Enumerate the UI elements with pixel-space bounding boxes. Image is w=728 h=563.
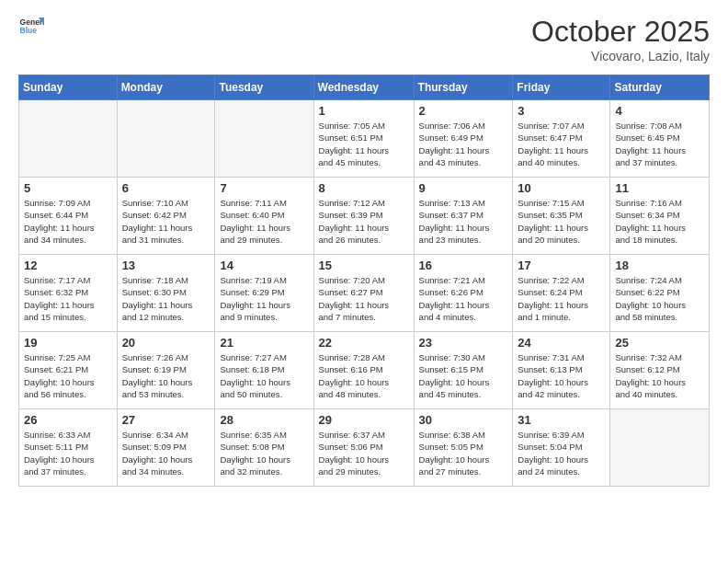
table-row: 18Sunrise: 7:24 AM Sunset: 6:22 PM Dayli… (610, 255, 710, 332)
day-number: 12 (24, 259, 112, 272)
day-info: Sunrise: 6:38 AM Sunset: 5:05 PM Dayligh… (419, 429, 508, 477)
day-number: 2 (419, 104, 508, 118)
day-number: 11 (615, 181, 704, 195)
day-info: Sunrise: 7:15 AM Sunset: 6:35 PM Dayligh… (518, 197, 605, 246)
day-info: Sunrise: 7:12 AM Sunset: 6:39 PM Dayligh… (319, 197, 409, 246)
col-tuesday: Tuesday (215, 75, 313, 100)
day-number: 8 (319, 181, 409, 195)
day-info: Sunrise: 7:06 AM Sunset: 6:49 PM Dayligh… (419, 120, 508, 168)
title-block: October 2025 Vicovaro, Lazio, Italy (531, 15, 710, 63)
day-number: 24 (518, 336, 605, 350)
day-info: Sunrise: 7:21 AM Sunset: 6:26 PM Dayligh… (419, 274, 508, 323)
calendar-week-row: 1Sunrise: 7:05 AM Sunset: 6:51 PM Daylig… (19, 100, 710, 178)
day-number: 28 (220, 413, 308, 427)
day-number: 17 (518, 259, 605, 272)
day-number: 13 (122, 259, 210, 272)
table-row (215, 100, 313, 178)
day-number: 23 (419, 336, 508, 350)
table-row: 22Sunrise: 7:28 AM Sunset: 6:16 PM Dayli… (313, 332, 414, 409)
table-row: 10Sunrise: 7:15 AM Sunset: 6:35 PM Dayli… (513, 178, 610, 255)
col-wednesday: Wednesday (313, 75, 414, 100)
table-row: 19Sunrise: 7:25 AM Sunset: 6:21 PM Dayli… (19, 332, 118, 409)
day-number: 22 (319, 336, 409, 350)
day-number: 7 (220, 181, 308, 195)
day-number: 21 (220, 336, 308, 350)
day-info: Sunrise: 7:18 AM Sunset: 6:30 PM Dayligh… (122, 274, 210, 323)
day-info: Sunrise: 6:37 AM Sunset: 5:06 PM Dayligh… (319, 429, 409, 477)
day-number: 25 (615, 336, 704, 350)
table-row: 27Sunrise: 6:34 AM Sunset: 5:09 PM Dayli… (117, 409, 215, 487)
day-info: Sunrise: 7:07 AM Sunset: 6:47 PM Dayligh… (518, 120, 605, 168)
table-row (19, 100, 118, 178)
day-info: Sunrise: 6:34 AM Sunset: 5:09 PM Dayligh… (122, 429, 210, 477)
day-number: 5 (24, 181, 112, 195)
table-row: 25Sunrise: 7:32 AM Sunset: 6:12 PM Dayli… (610, 332, 710, 409)
day-number: 16 (419, 259, 508, 272)
day-info: Sunrise: 7:16 AM Sunset: 6:34 PM Dayligh… (615, 197, 704, 246)
logo-icon: General Blue (18, 15, 44, 40)
day-number: 1 (319, 104, 409, 118)
day-info: Sunrise: 7:10 AM Sunset: 6:42 PM Dayligh… (122, 197, 210, 246)
svg-text:Blue: Blue (20, 26, 38, 35)
day-number: 27 (122, 413, 210, 427)
table-row: 21Sunrise: 7:27 AM Sunset: 6:18 PM Dayli… (215, 332, 313, 409)
calendar-week-row: 26Sunrise: 6:33 AM Sunset: 5:11 PM Dayli… (19, 409, 710, 487)
table-row: 2Sunrise: 7:06 AM Sunset: 6:49 PM Daylig… (414, 100, 513, 178)
col-sunday: Sunday (19, 75, 118, 100)
day-info: Sunrise: 7:13 AM Sunset: 6:37 PM Dayligh… (419, 197, 508, 246)
calendar-header-row: Sunday Monday Tuesday Wednesday Thursday… (19, 75, 710, 100)
day-info: Sunrise: 7:28 AM Sunset: 6:16 PM Dayligh… (319, 351, 409, 400)
day-info: Sunrise: 7:24 AM Sunset: 6:22 PM Dayligh… (615, 274, 704, 323)
header: General Blue October 2025 Vicovaro, Lazi… (18, 15, 710, 63)
day-info: Sunrise: 7:22 AM Sunset: 6:24 PM Dayligh… (518, 274, 605, 323)
table-row: 16Sunrise: 7:21 AM Sunset: 6:26 PM Dayli… (414, 255, 513, 332)
table-row: 9Sunrise: 7:13 AM Sunset: 6:37 PM Daylig… (414, 178, 513, 255)
day-number: 15 (319, 259, 409, 272)
table-row (117, 100, 215, 178)
col-saturday: Saturday (610, 75, 710, 100)
table-row: 6Sunrise: 7:10 AM Sunset: 6:42 PM Daylig… (117, 178, 215, 255)
day-info: Sunrise: 7:17 AM Sunset: 6:32 PM Dayligh… (24, 274, 112, 323)
day-info: Sunrise: 7:31 AM Sunset: 6:13 PM Dayligh… (518, 351, 605, 400)
day-number: 19 (24, 336, 112, 350)
day-number: 20 (122, 336, 210, 350)
day-info: Sunrise: 6:35 AM Sunset: 5:08 PM Dayligh… (220, 429, 308, 477)
day-number: 29 (319, 413, 409, 427)
logo: General Blue (18, 15, 44, 40)
table-row: 3Sunrise: 7:07 AM Sunset: 6:47 PM Daylig… (513, 100, 610, 178)
day-info: Sunrise: 7:30 AM Sunset: 6:15 PM Dayligh… (419, 351, 508, 400)
table-row: 20Sunrise: 7:26 AM Sunset: 6:19 PM Dayli… (117, 332, 215, 409)
calendar-page: General Blue October 2025 Vicovaro, Lazi… (0, 0, 728, 563)
table-row: 24Sunrise: 7:31 AM Sunset: 6:13 PM Dayli… (513, 332, 610, 409)
day-info: Sunrise: 7:26 AM Sunset: 6:19 PM Dayligh… (122, 351, 210, 400)
table-row: 23Sunrise: 7:30 AM Sunset: 6:15 PM Dayli… (414, 332, 513, 409)
table-row: 31Sunrise: 6:39 AM Sunset: 5:04 PM Dayli… (513, 409, 610, 487)
table-row: 12Sunrise: 7:17 AM Sunset: 6:32 PM Dayli… (19, 255, 118, 332)
table-row: 28Sunrise: 6:35 AM Sunset: 5:08 PM Dayli… (215, 409, 313, 487)
day-info: Sunrise: 7:19 AM Sunset: 6:29 PM Dayligh… (220, 274, 308, 323)
table-row: 29Sunrise: 6:37 AM Sunset: 5:06 PM Dayli… (313, 409, 414, 487)
col-monday: Monday (117, 75, 215, 100)
day-info: Sunrise: 6:39 AM Sunset: 5:04 PM Dayligh… (518, 429, 605, 477)
day-number: 14 (220, 259, 308, 272)
table-row: 7Sunrise: 7:11 AM Sunset: 6:40 PM Daylig… (215, 178, 313, 255)
day-number: 6 (122, 181, 210, 195)
table-row (610, 409, 710, 487)
table-row: 17Sunrise: 7:22 AM Sunset: 6:24 PM Dayli… (513, 255, 610, 332)
day-info: Sunrise: 7:20 AM Sunset: 6:27 PM Dayligh… (319, 274, 409, 323)
calendar-week-row: 12Sunrise: 7:17 AM Sunset: 6:32 PM Dayli… (19, 255, 710, 332)
day-number: 3 (518, 104, 605, 118)
calendar-week-row: 5Sunrise: 7:09 AM Sunset: 6:44 PM Daylig… (19, 178, 710, 255)
table-row: 15Sunrise: 7:20 AM Sunset: 6:27 PM Dayli… (313, 255, 414, 332)
col-thursday: Thursday (414, 75, 513, 100)
location: Vicovaro, Lazio, Italy (531, 49, 710, 63)
day-info: Sunrise: 7:11 AM Sunset: 6:40 PM Dayligh… (220, 197, 308, 246)
day-number: 10 (518, 181, 605, 195)
calendar-table: Sunday Monday Tuesday Wednesday Thursday… (18, 75, 710, 487)
day-info: Sunrise: 6:33 AM Sunset: 5:11 PM Dayligh… (24, 429, 112, 477)
table-row: 8Sunrise: 7:12 AM Sunset: 6:39 PM Daylig… (313, 178, 414, 255)
table-row: 26Sunrise: 6:33 AM Sunset: 5:11 PM Dayli… (19, 409, 118, 487)
table-row: 1Sunrise: 7:05 AM Sunset: 6:51 PM Daylig… (313, 100, 414, 178)
day-info: Sunrise: 7:27 AM Sunset: 6:18 PM Dayligh… (220, 351, 308, 400)
day-number: 26 (24, 413, 112, 427)
